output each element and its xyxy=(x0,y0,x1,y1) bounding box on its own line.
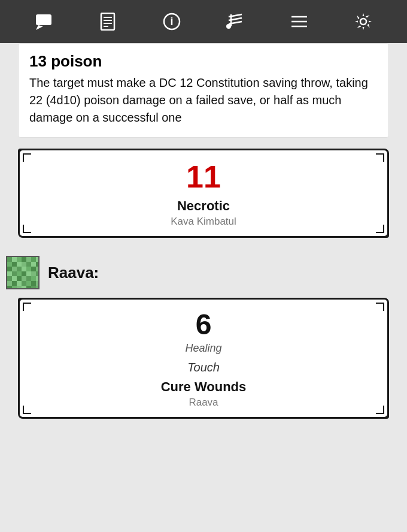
svg-rect-35 xyxy=(17,267,22,271)
healing-method: Touch xyxy=(32,361,375,374)
svg-rect-42 xyxy=(17,271,22,276)
svg-rect-59 xyxy=(31,281,36,286)
avatar xyxy=(6,256,40,289)
svg-rect-50 xyxy=(22,276,26,281)
healing-card-corner-tr xyxy=(376,303,384,311)
necrotic-label: Necrotic xyxy=(32,198,375,214)
svg-rect-61 xyxy=(7,286,12,289)
svg-rect-25 xyxy=(36,257,40,262)
avatar-image xyxy=(7,257,40,289)
svg-rect-37 xyxy=(26,267,31,271)
svg-rect-20 xyxy=(12,257,17,262)
raava-header: Raava: xyxy=(0,249,407,289)
healing-card: 6 Healing Touch Cure Wounds Raava xyxy=(18,298,389,419)
svg-rect-28 xyxy=(17,262,22,267)
svg-rect-21 xyxy=(17,257,22,262)
svg-rect-52 xyxy=(31,276,36,281)
svg-rect-58 xyxy=(26,281,31,286)
svg-rect-30 xyxy=(26,262,31,267)
svg-rect-31 xyxy=(31,262,36,267)
svg-rect-0 xyxy=(36,14,51,25)
svg-rect-27 xyxy=(12,262,17,267)
music-icon[interactable] xyxy=(222,8,248,35)
svg-rect-60 xyxy=(36,281,40,286)
svg-rect-39 xyxy=(36,267,40,271)
svg-rect-24 xyxy=(31,257,36,262)
svg-rect-44 xyxy=(26,271,31,276)
svg-rect-57 xyxy=(22,281,26,286)
svg-rect-62 xyxy=(12,286,17,289)
info-icon[interactable]: i xyxy=(159,8,185,35)
svg-rect-65 xyxy=(26,286,31,289)
svg-rect-56 xyxy=(17,281,22,286)
document-icon[interactable] xyxy=(95,8,121,35)
svg-rect-66 xyxy=(31,286,36,289)
toolbar: i xyxy=(0,0,407,43)
svg-rect-45 xyxy=(31,271,36,276)
svg-rect-55 xyxy=(12,281,17,286)
svg-rect-33 xyxy=(7,267,12,271)
svg-rect-67 xyxy=(36,286,40,289)
healing-card-corner-br xyxy=(376,406,384,414)
svg-rect-64 xyxy=(22,286,26,289)
svg-rect-54 xyxy=(7,281,12,286)
svg-marker-1 xyxy=(36,25,43,30)
content-area: 13 poison The target must make a DC 12 C… xyxy=(0,43,407,419)
svg-text:i: i xyxy=(170,16,173,28)
svg-rect-26 xyxy=(7,262,12,267)
svg-rect-40 xyxy=(7,271,12,276)
svg-rect-29 xyxy=(22,262,26,267)
svg-rect-36 xyxy=(22,267,26,271)
svg-rect-43 xyxy=(22,271,26,276)
raava-section: Raava: 6 Healing Touch Cure Wounds Raava xyxy=(0,249,407,419)
settings-icon[interactable] xyxy=(350,8,376,35)
svg-rect-53 xyxy=(36,276,40,281)
raava-label: Raava: xyxy=(48,256,99,289)
healing-caster: Raava xyxy=(32,397,375,409)
poison-description: The target must make a DC 12 Constitutio… xyxy=(29,74,378,126)
svg-rect-38 xyxy=(31,267,36,271)
necrotic-card: 11 Necrotic Kava Kimbatul xyxy=(18,149,389,238)
list-icon[interactable] xyxy=(286,8,312,35)
svg-rect-32 xyxy=(36,262,40,267)
poison-card: 13 poison The target must make a DC 12 C… xyxy=(18,43,389,138)
healing-card-corner-bl xyxy=(23,406,31,414)
svg-rect-49 xyxy=(17,276,22,281)
svg-rect-22 xyxy=(22,257,26,262)
svg-rect-51 xyxy=(26,276,31,281)
svg-rect-19 xyxy=(7,257,12,262)
necrotic-sublabel: Kava Kimbatul xyxy=(32,216,375,228)
svg-rect-46 xyxy=(36,271,40,276)
poison-damage: 13 poison xyxy=(29,52,378,71)
svg-rect-47 xyxy=(7,276,12,281)
necrotic-number: 11 xyxy=(32,161,375,192)
card-corner-tr xyxy=(376,153,384,162)
svg-rect-34 xyxy=(12,267,17,271)
healing-spell: Cure Wounds xyxy=(32,379,375,395)
healing-type: Healing xyxy=(32,342,375,355)
healing-card-corner-tl xyxy=(23,303,31,311)
poison-damage-type: poison xyxy=(51,52,102,70)
healing-number: 6 xyxy=(32,309,375,341)
svg-rect-48 xyxy=(12,276,17,281)
chat-icon[interactable] xyxy=(31,8,57,35)
svg-rect-23 xyxy=(26,257,31,262)
svg-rect-2 xyxy=(101,13,114,30)
poison-damage-number: 13 xyxy=(29,52,47,70)
svg-rect-63 xyxy=(17,286,22,289)
svg-point-17 xyxy=(360,19,366,25)
card-corner-bl xyxy=(23,225,31,233)
card-corner-br xyxy=(376,225,384,233)
card-corner-tl xyxy=(23,153,31,162)
svg-rect-41 xyxy=(12,271,17,276)
